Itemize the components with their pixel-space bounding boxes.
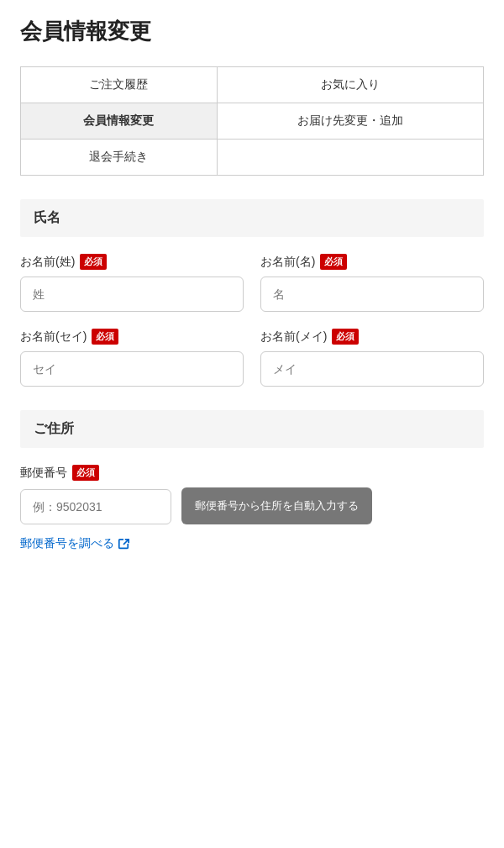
nav-table: ご注文履歴 お気に入り 会員情報変更 お届け先変更・追加 退会手続き bbox=[20, 66, 484, 176]
nav-item-member-info[interactable]: 会員情報変更 bbox=[21, 103, 218, 140]
auto-fill-button[interactable]: 郵便番号から住所を自動入力する bbox=[181, 487, 372, 524]
postal-required-badge: 必須 bbox=[72, 465, 99, 481]
nav-item-withdraw[interactable]: 退会手続き bbox=[21, 140, 218, 176]
first-name-kana-input[interactable] bbox=[260, 351, 484, 387]
nav-item-favorites[interactable]: お気に入り bbox=[217, 67, 483, 103]
postal-input-group bbox=[20, 489, 171, 524]
address-section-header: ご住所 bbox=[20, 410, 484, 448]
first-name-required: 必須 bbox=[320, 254, 347, 270]
last-name-label-row: お名前(姓) 必須 bbox=[20, 254, 244, 270]
first-name-label-row: お名前(名) 必須 bbox=[260, 254, 484, 270]
nav-item-empty bbox=[217, 140, 483, 176]
postal-label: 郵便番号 bbox=[20, 466, 67, 481]
name-row-1: お名前(姓) 必須 お名前(名) 必須 bbox=[20, 254, 484, 312]
name-row-2: お名前(セイ) 必須 お名前(メイ) 必須 bbox=[20, 329, 484, 387]
first-name-kana-group: お名前(メイ) 必須 bbox=[260, 329, 484, 387]
postal-input[interactable] bbox=[20, 489, 171, 524]
last-name-group: お名前(姓) 必須 bbox=[20, 254, 244, 312]
last-name-input[interactable] bbox=[20, 277, 244, 312]
first-name-input[interactable] bbox=[260, 277, 484, 312]
postal-lookup-label: 郵便番号を調べる bbox=[20, 536, 114, 551]
last-name-required: 必須 bbox=[80, 254, 107, 270]
name-section-header: 氏名 bbox=[20, 199, 484, 237]
external-link-icon bbox=[118, 538, 129, 550]
nav-item-order-history[interactable]: ご注文履歴 bbox=[21, 67, 218, 103]
last-name-label: お名前(姓) bbox=[20, 255, 75, 270]
first-name-kana-label-row: お名前(メイ) 必須 bbox=[260, 329, 484, 345]
last-name-kana-group: お名前(セイ) 必須 bbox=[20, 329, 244, 387]
last-name-kana-label: お名前(セイ) bbox=[20, 329, 87, 345]
name-section: 氏名 お名前(姓) 必須 お名前(名) 必須 お名前(セイ) 必須 bbox=[20, 199, 484, 387]
first-name-group: お名前(名) 必須 bbox=[260, 254, 484, 312]
postal-label-wrapper: 郵便番号 必須 bbox=[20, 465, 484, 481]
last-name-kana-label-row: お名前(セイ) 必須 bbox=[20, 329, 244, 345]
postal-label-row: 郵便番号 必須 bbox=[20, 465, 484, 481]
first-name-kana-label: お名前(メイ) bbox=[260, 329, 327, 345]
page-title: 会員情報変更 bbox=[20, 17, 484, 46]
first-name-label: お名前(名) bbox=[260, 255, 315, 270]
postal-row: 郵便番号から住所を自動入力する bbox=[20, 487, 484, 524]
last-name-kana-required: 必須 bbox=[92, 329, 118, 345]
last-name-kana-input[interactable] bbox=[20, 351, 244, 387]
address-section: ご住所 郵便番号 必須 郵便番号から住所を自動入力する 郵便番号を調べる bbox=[20, 410, 484, 551]
nav-item-delivery[interactable]: お届け先変更・追加 bbox=[217, 103, 483, 140]
postal-lookup-link[interactable]: 郵便番号を調べる bbox=[20, 536, 129, 551]
first-name-kana-required: 必須 bbox=[332, 329, 359, 345]
